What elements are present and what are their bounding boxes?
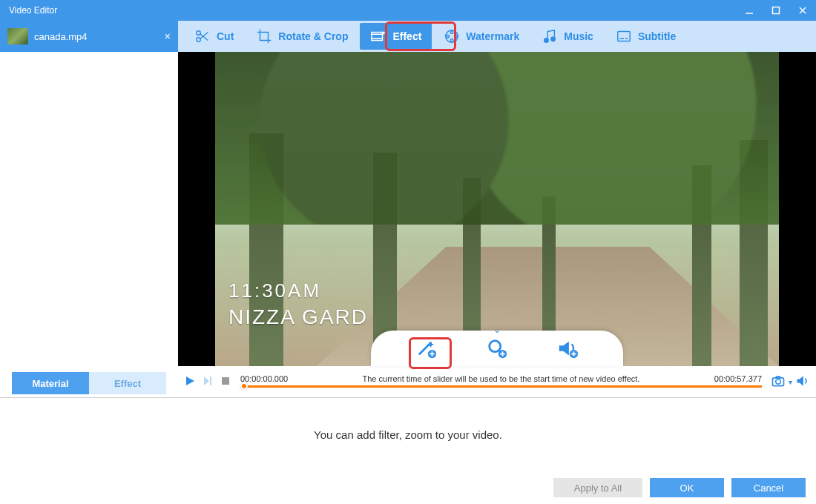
svg-point-11 [446, 30, 458, 43]
time-start: 00:00:00.000 [240, 374, 288, 383]
main-body: Material Effect 11:30AM NIZZA GARD [0, 52, 816, 397]
tab-watermark[interactable]: Watermark [433, 23, 530, 50]
tab-effect[interactable]: Effect [360, 23, 432, 50]
add-volume-button[interactable] [553, 334, 582, 363]
svg-point-36 [776, 379, 781, 385]
svg-rect-37 [776, 376, 781, 378]
file-name: canada.mp4 [34, 31, 88, 42]
apply-to-all-button[interactable]: Apply to All [553, 478, 642, 497]
svg-rect-33 [210, 377, 211, 385]
crop-icon [256, 28, 272, 44]
step-button[interactable] [202, 375, 214, 388]
file-thumbnail [7, 28, 28, 44]
svg-point-17 [551, 37, 556, 41]
ok-button[interactable]: OK [650, 478, 724, 497]
tab-subtitle[interactable]: Subtitle [605, 23, 686, 50]
svg-rect-34 [222, 377, 229, 385]
sidebar-tab-effect[interactable]: Effect [89, 372, 166, 394]
play-button[interactable] [184, 375, 196, 388]
tab-rotate-crop[interactable]: Rotate & Crop [246, 23, 358, 50]
close-file-icon[interactable]: × [165, 30, 171, 42]
subtitle-icon [616, 28, 632, 44]
toolbar: canada.mp4 × Cut Rotate & Crop Effect Wa… [0, 21, 816, 52]
svg-rect-18 [618, 32, 631, 42]
svg-point-15 [447, 35, 450, 38]
scissors-icon [194, 28, 211, 44]
cancel-button[interactable]: Cancel [731, 478, 806, 497]
sidebar: Material Effect [0, 52, 178, 397]
snapshot-button[interactable] [771, 374, 786, 390]
svg-point-14 [451, 39, 454, 42]
timeline-info: 00:00:00.000 The current time of slider … [237, 374, 765, 389]
timeline: 00:00:00.000 The current time of slider … [178, 366, 816, 397]
footer-message: You can add filter, zoom to your video. [0, 398, 816, 471]
reel-icon [444, 28, 460, 44]
timeline-knob[interactable] [240, 382, 248, 390]
tab-cut[interactable]: Cut [184, 23, 244, 50]
time-end: 00:00:57.377 [714, 374, 762, 383]
add-zoom-button[interactable]: ⌄ [482, 334, 512, 363]
stop-button[interactable] [220, 375, 231, 388]
svg-rect-1 [773, 7, 780, 14]
svg-point-13 [455, 35, 458, 38]
music-note-icon [542, 28, 558, 44]
film-sparkle-icon [370, 28, 386, 44]
video-overlay-text: 11:30AM NIZZA GARD [228, 279, 368, 331]
svg-point-12 [451, 31, 454, 34]
svg-point-16 [544, 39, 549, 43]
snapshot-dropdown-icon[interactable]: ▾ [789, 378, 792, 386]
titlebar: Video Editor [0, 0, 816, 21]
chevron-down-icon: ⌄ [493, 325, 501, 335]
volume-button[interactable] [795, 374, 810, 390]
sidebar-tab-material[interactable]: Material [12, 372, 89, 394]
minimize-button[interactable] [736, 0, 763, 21]
timeline-track[interactable] [240, 385, 762, 389]
footer-buttons: Apply to All OK Cancel [0, 471, 816, 504]
window-title: Video Editor [9, 5, 57, 16]
video-frame: 11:30AM NIZZA GARD [215, 52, 779, 366]
timeline-hint: The current time of slider will be used … [288, 374, 714, 383]
video-preview[interactable]: 11:30AM NIZZA GARD ⌄ [178, 52, 816, 366]
tab-music[interactable]: Music [531, 23, 604, 50]
preview-pane: 11:30AM NIZZA GARD ⌄ [178, 52, 816, 397]
add-filter-button[interactable] [412, 334, 441, 363]
maximize-button[interactable] [763, 0, 789, 21]
footer: You can add filter, zoom to your video. … [0, 397, 816, 504]
sidebar-tabs: Material Effect [12, 372, 166, 394]
svg-rect-8 [372, 33, 383, 41]
tool-tabs: Cut Rotate & Crop Effect Watermark Music… [178, 21, 816, 52]
file-tab[interactable]: canada.mp4 × [0, 21, 178, 52]
effect-toolbar: ⌄ [371, 331, 623, 366]
close-window-button[interactable] [789, 0, 816, 21]
